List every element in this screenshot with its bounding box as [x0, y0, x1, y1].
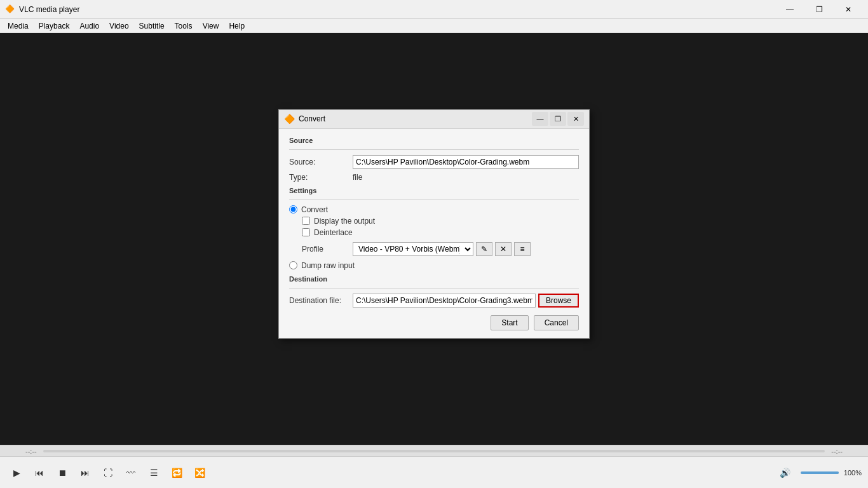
extended-button[interactable]: 〰 [121, 463, 141, 483]
time-elapsed: --:-- [25, 447, 37, 455]
dialog-title-bar: 🔶 Convert — ❐ ✕ [279, 110, 589, 129]
stop-button[interactable]: ⏹ [52, 463, 72, 483]
browse-button[interactable]: Browse [538, 294, 579, 308]
time-total: --:-- [831, 447, 843, 455]
deinterlace-label: Deinterlace [314, 228, 353, 237]
progress-bar-area: --:-- --:-- [0, 445, 868, 457]
fullscreen-button[interactable]: ⛶ [98, 463, 118, 483]
destination-section-label: Destination [289, 275, 579, 283]
convert-radio-label: Convert [301, 205, 328, 214]
type-row: Type: file [289, 173, 579, 182]
destination-divider [289, 288, 579, 288]
volume-slider[interactable] [801, 471, 839, 474]
type-value: file [353, 173, 362, 182]
dest-file-label: Destination file: [289, 296, 353, 305]
vlc-icon: 🔶 [5, 4, 15, 15]
volume-icon[interactable]: 🔊 [775, 463, 796, 483]
menu-bar: Media Playback Audio Video Subtitle Tool… [0, 19, 868, 33]
convert-radio-row: Convert [289, 205, 579, 214]
menu-video[interactable]: Video [104, 20, 133, 32]
deinterlace-row: Deinterlace [302, 228, 579, 237]
dump-raw-radio[interactable] [289, 261, 297, 269]
next-button[interactable]: ⏭ [75, 463, 95, 483]
volume-label: 100% [844, 469, 862, 477]
main-area: 🔶 Convert — ❐ ✕ Source Source: Type: [0, 33, 868, 458]
close-button[interactable]: ✕ [834, 0, 863, 19]
profile-select[interactable]: Video - VP80 + Vorbis (Webm) Video - H.2… [353, 242, 473, 256]
deinterlace-checkbox[interactable] [302, 228, 310, 236]
dialog-overlay: 🔶 Convert — ❐ ✕ Source Source: Type: [0, 33, 868, 414]
menu-help[interactable]: Help [224, 20, 250, 32]
progress-track[interactable] [43, 450, 825, 452]
profile-new-button[interactable]: ≡ [514, 242, 531, 256]
loop-button[interactable]: 🔁 [166, 463, 187, 483]
profile-label: Profile [302, 245, 353, 254]
type-label: Type: [289, 173, 353, 182]
dialog-minimize-button[interactable]: — [532, 112, 548, 126]
display-output-checkbox[interactable] [302, 217, 310, 225]
source-label: Source: [289, 158, 353, 166]
display-output-label: Display the output [314, 217, 375, 226]
start-button[interactable]: Start [491, 315, 528, 330]
dialog-content: Source Source: Type: file Settings Conve… [279, 129, 589, 338]
dialog-window-controls: — ❐ ✕ [532, 112, 584, 126]
play-button[interactable]: ▶ [6, 463, 27, 483]
dialog-title: Convert [299, 114, 532, 123]
menu-view[interactable]: View [198, 20, 224, 32]
window-controls: — ❐ ✕ [775, 0, 863, 19]
convert-dialog: 🔶 Convert — ❐ ✕ Source Source: Type: [278, 109, 590, 339]
profile-row: Profile Video - VP80 + Vorbis (Webm) Vid… [302, 242, 579, 256]
profile-delete-button[interactable]: ✕ [495, 242, 512, 256]
menu-audio[interactable]: Audio [74, 20, 104, 32]
dump-raw-label: Dump raw input [301, 261, 355, 270]
menu-playback[interactable]: Playback [34, 20, 75, 32]
cancel-button[interactable]: Cancel [534, 315, 579, 330]
random-button[interactable]: 🔀 [189, 463, 210, 483]
dest-file-input[interactable] [353, 294, 536, 308]
settings-divider [289, 200, 579, 200]
display-output-row: Display the output [302, 217, 579, 226]
dump-raw-row: Dump raw input [289, 261, 579, 270]
maximize-button[interactable]: ❐ [804, 0, 834, 19]
settings-section-label: Settings [289, 187, 579, 194]
convert-radio[interactable] [289, 205, 297, 214]
menu-subtitle[interactable]: Subtitle [134, 20, 170, 32]
source-divider [289, 149, 579, 150]
menu-tools[interactable]: Tools [170, 20, 198, 32]
title-bar: 🔶 VLC media player — ❐ ✕ [0, 0, 868, 19]
dialog-maximize-button[interactable]: ❐ [550, 112, 566, 126]
volume-fill [801, 471, 839, 474]
minimize-button[interactable]: — [775, 0, 804, 19]
prev-button[interactable]: ⏮ [29, 463, 50, 483]
bottom-toolbar: --:-- --:-- ▶ ⏮ ⏹ ⏭ ⛶ 〰 ☰ 🔁 🔀 🔊 100% [0, 445, 868, 488]
source-input[interactable] [353, 155, 579, 169]
playlist-button[interactable]: ☰ [144, 463, 164, 483]
controls-row: ▶ ⏮ ⏹ ⏭ ⛶ 〰 ☰ 🔁 🔀 🔊 100% [0, 457, 868, 488]
source-section-label: Source [289, 137, 579, 144]
dialog-close-button[interactable]: ✕ [567, 112, 584, 126]
profile-edit-button[interactable]: ✎ [476, 242, 492, 256]
menu-media[interactable]: Media [3, 20, 34, 32]
dialog-icon: 🔶 [284, 114, 295, 124]
destination-file-row: Destination file: Browse [289, 294, 579, 308]
destination-section: Destination Destination file: Browse [289, 275, 579, 308]
app-title: VLC media player [19, 5, 775, 14]
dialog-buttons: Start Cancel [289, 315, 579, 330]
source-row: Source: [289, 155, 579, 169]
